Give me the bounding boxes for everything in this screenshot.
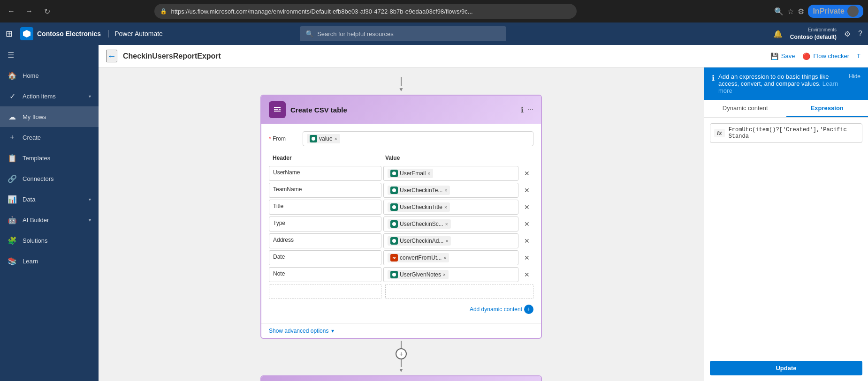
add-step-button[interactable]: + — [396, 348, 407, 359]
tab-expression[interactable]: Expression — [786, 100, 868, 117]
delete-row-0[interactable]: ✕ — [520, 170, 533, 177]
notification-icon[interactable]: 🔔 — [773, 30, 783, 38]
value-tag-close-1[interactable]: × — [444, 188, 447, 193]
expression-input[interactable]: FromUtc(item()?['Created'],'Pacific Stan… — [729, 127, 858, 140]
sidebar-item-data[interactable]: 📊 Data ▾ — [0, 189, 99, 209]
row-header-2[interactable]: Title — [269, 200, 381, 215]
more-icon[interactable]: ··· — [527, 105, 533, 114]
save-button[interactable]: 💾 Save — [770, 52, 795, 60]
delete-row-2[interactable]: ✕ — [520, 203, 533, 211]
sidebar-item-home[interactable]: 🏠 Home — [0, 65, 99, 86]
search-bar[interactable]: 🔍 Search for helpful resources — [300, 26, 506, 41]
value-tag-close-5[interactable]: × — [443, 255, 446, 261]
product-name: Power Automate — [108, 30, 163, 37]
row-header-3[interactable]: Type — [269, 217, 381, 232]
back-button[interactable]: ← — [5, 5, 18, 18]
value-tag-0: UserEmail × — [388, 169, 433, 178]
row-header-0[interactable]: UserName — [269, 166, 381, 181]
create-icon: + — [8, 133, 17, 142]
sidebar-item-templates[interactable]: 📋 Templates — [0, 148, 99, 168]
delete-row-1[interactable]: ✕ — [520, 187, 533, 194]
delete-row-5[interactable]: ✕ — [520, 254, 533, 261]
value-col-label: Value — [381, 152, 533, 164]
value-tag-4: UserCheckinAd... × — [388, 236, 451, 246]
sidebar-item-my-flows[interactable]: ☁ My flows — [0, 106, 99, 127]
main-layout: ☰ 🏠 Home ✓ Action items ▾ ☁ My flows + C… — [0, 45, 868, 381]
row-header-6[interactable]: Note — [269, 267, 381, 282]
url-bar[interactable]: 🔒 https://us.flow.microsoft.com/manage/e… — [154, 4, 577, 19]
update-button[interactable]: Update — [710, 361, 862, 375]
save-icon: 💾 — [770, 52, 778, 60]
value-tag-close-3[interactable]: × — [445, 222, 448, 227]
bookmark-icon[interactable]: ☆ — [787, 7, 794, 16]
add-dynamic-button[interactable]: + — [524, 305, 533, 314]
solutions-icon: 🧩 — [8, 236, 17, 245]
refresh-button[interactable]: ↻ — [40, 5, 53, 18]
delete-row-4[interactable]: ✕ — [520, 237, 533, 245]
sidebar-label-home: Home — [23, 72, 91, 79]
value-tag-close-6[interactable]: × — [443, 272, 446, 277]
value-tag-close-4[interactable]: × — [445, 239, 448, 244]
sidebar-item-action-items[interactable]: ✓ Action items ▾ — [0, 86, 99, 106]
app-logo — [20, 27, 33, 40]
settings-icon[interactable]: ⚙ — [844, 30, 851, 38]
show-advanced-label: Show advanced options — [269, 328, 328, 334]
hamburger-icon: ☰ — [8, 51, 14, 59]
sidebar-item-connectors[interactable]: 🔗 Connectors — [0, 168, 99, 189]
help-icon[interactable]: ? — [858, 30, 862, 38]
action-items-icon: ✓ — [8, 92, 17, 101]
value-tag-close-2[interactable]: × — [444, 205, 447, 210]
inprivate-badge: InPrivate — [808, 5, 863, 18]
show-advanced-options[interactable]: Show advanced options ▾ — [261, 323, 541, 338]
row-value-1[interactable]: UserCheckinTe... × — [383, 183, 518, 198]
row-header-5[interactable]: Date — [269, 250, 381, 265]
row-value-6[interactable]: UserGivenNotes × — [383, 267, 518, 282]
delete-row-3[interactable]: ✕ — [520, 220, 533, 228]
from-label: * From — [269, 135, 297, 142]
tab-dynamic-content[interactable]: Dynamic content — [704, 100, 786, 117]
row-header-1[interactable]: TeamName — [269, 183, 381, 198]
row-value-2[interactable]: UserCheckinTitle × — [383, 200, 518, 215]
row-value-0[interactable]: UserEmail × — [383, 166, 518, 181]
delete-row-6[interactable]: ✕ — [520, 271, 533, 278]
back-button[interactable]: ← — [106, 50, 117, 62]
content-area: ← CheckinUsersReportExport 💾 Save 🔴 Flow… — [99, 45, 868, 381]
sidebar-item-solutions[interactable]: 🧩 Solutions — [0, 230, 99, 251]
from-tag-close[interactable]: × — [335, 136, 337, 142]
sidebar-item-create[interactable]: + Create — [0, 127, 99, 148]
row-header-4[interactable]: Address — [269, 233, 381, 248]
table-row: Date fx convertFromUt... × ✕ — [269, 250, 533, 265]
org-name: Contoso Electronics — [37, 30, 101, 37]
my-flows-icon: ☁ — [8, 112, 17, 121]
test-button[interactable]: T — [857, 52, 860, 60]
sidebar-toggle[interactable]: ☰ — [0, 45, 99, 65]
sidebar-item-ai-builder[interactable]: 🤖 AI Builder ▾ — [0, 209, 99, 230]
from-tag-container[interactable]: value × — [303, 131, 533, 146]
flow-checker-button[interactable]: 🔴 Flow checker — [802, 52, 849, 60]
extension-icon[interactable]: ⚙ — [798, 7, 804, 16]
learn-icon: 📚 — [8, 257, 17, 266]
value-tag-close-0[interactable]: × — [427, 171, 430, 176]
row-value-4[interactable]: UserCheckinAd... × — [383, 233, 518, 248]
hide-button[interactable]: Hide — [849, 73, 860, 80]
checker-icon: 🔴 — [802, 52, 810, 60]
info-icon[interactable]: ℹ — [521, 105, 524, 114]
empty-value-cell[interactable] — [385, 284, 533, 299]
waffle-icon[interactable]: ⊞ — [6, 29, 13, 39]
row-value-3[interactable]: UserCheckinSc... × — [383, 217, 518, 232]
svg-point-6 — [392, 273, 396, 276]
forward-button[interactable]: → — [23, 5, 36, 18]
card-title: Create CSV table — [290, 106, 516, 114]
svg-point-3 — [392, 205, 396, 209]
add-dynamic-content-link[interactable]: Add dynamic content — [470, 306, 522, 313]
card-header-actions: ℹ ··· — [521, 105, 533, 114]
row-value-5[interactable]: fx convertFromUt... × — [383, 250, 518, 265]
tag-icon-0 — [390, 170, 398, 177]
sidebar-label-connectors: Connectors — [23, 175, 91, 182]
create-csv-card: Create CSV table ℹ ··· * From — [260, 95, 542, 339]
sidebar-label-ai-builder: AI Builder — [23, 217, 83, 224]
side-panel: ℹ Add an expression to do basic things l… — [704, 67, 868, 381]
side-panel-tabs: Dynamic content Expression — [704, 100, 868, 118]
empty-header-cell[interactable] — [269, 284, 381, 299]
sidebar-item-learn[interactable]: 📚 Learn — [0, 251, 99, 271]
